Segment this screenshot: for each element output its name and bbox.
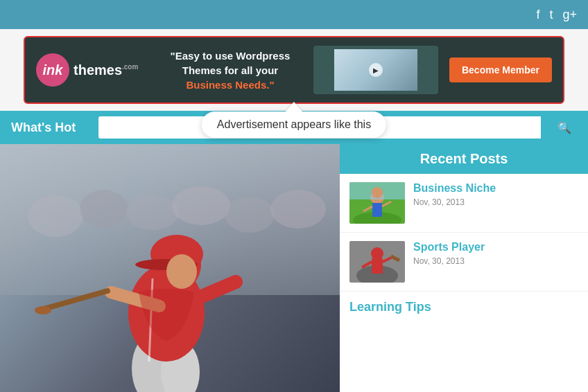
post-date-sports: Nov, 30, 2013 [413,256,578,266]
post-thumbnail-sports [349,241,405,283]
tooltip-arrow [286,102,302,112]
post-thumbnail-business [349,182,405,224]
svg-rect-21 [372,203,382,217]
svg-point-0 [28,195,83,237]
learning-tips-title[interactable]: Learning Tips [349,300,578,314]
mockup-screen: ▶ [334,49,417,91]
post-title-business[interactable]: Business Niche [413,182,578,195]
twitter-icon[interactable]: t [549,8,553,22]
logo-letter: ink [43,62,63,78]
logo-brand: themes.com [74,62,138,78]
tagline-line2: Themes for all your [182,64,278,76]
svg-point-13 [166,254,197,289]
tagline-line1: "Easy to use Wordpress [171,50,291,62]
google-plus-icon[interactable]: g+ [562,8,577,22]
hero-image [0,144,340,392]
post-item-business[interactable]: Business Niche Nov, 30, 2013 [340,174,588,233]
thumb-business-inner [349,182,405,224]
tagline-highlight: Business Needs." [186,79,274,91]
main-content: Recent Posts [0,144,588,392]
learning-tips-section[interactable]: Learning Tips [340,292,588,323]
search-icon: 🔍 [557,121,571,134]
logo-area: ink themes.com [36,53,147,87]
become-member-button[interactable]: Become Member [449,57,552,82]
recent-posts-header: Recent Posts [340,144,588,174]
business-thumb-svg [349,182,405,224]
banner-tagline: "Easy to use Wordpress Themes for all yo… [158,48,302,92]
post-info-business: Business Niche Nov, 30, 2013 [413,182,578,207]
banner-box: ink themes.com "Easy to use Wordpress Th… [24,36,564,104]
search-button[interactable]: 🔍 [552,116,577,139]
svg-point-1 [80,190,128,229]
player-svg [0,175,340,392]
play-button-icon: ▶ [369,63,383,77]
advertisement-tooltip: Advertisement appears like this [202,102,386,138]
svg-point-2 [126,195,179,230]
svg-point-4 [225,197,275,233]
thumb-sports-inner [349,241,405,283]
post-info-sports: Sports Player Nov, 30, 2013 [413,241,578,266]
mockup-screen-inner: ▶ [334,49,417,91]
tooltip-text: Advertisement appears like this [202,112,386,138]
svg-point-17 [35,306,51,314]
post-item-sports[interactable]: Sports Player Nov, 30, 2013 [340,233,588,292]
svg-point-28 [371,247,383,260]
whats-hot-label: What's Hot [11,121,87,135]
top-bar: f t g+ [0,0,588,29]
sidebar: Recent Posts [340,144,588,392]
svg-point-25 [372,187,383,198]
sports-thumb-svg [349,241,405,283]
svg-rect-29 [372,258,383,274]
facebook-icon[interactable]: f [536,8,539,22]
post-date-business: Nov, 30, 2013 [413,197,578,207]
svg-point-5 [270,190,326,229]
svg-point-3 [172,186,230,225]
logo-circle: ink [36,53,69,87]
banner-area: ink themes.com "Easy to use Wordpress Th… [0,29,588,111]
mockup-preview: ▶ [313,46,438,94]
svg-line-16 [42,291,107,310]
post-title-sports[interactable]: Sports Player [413,241,578,253]
